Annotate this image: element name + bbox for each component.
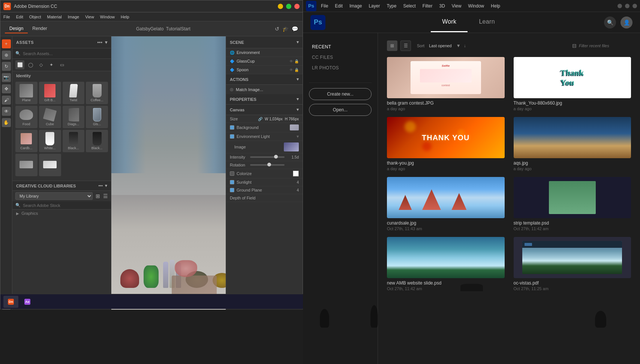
file-item-strip[interactable]: strip template.psd Oct 27th, 11:42 am	[514, 177, 631, 231]
move-tool[interactable]: ✥	[2, 84, 11, 93]
ps-close-btn[interactable]	[633, 4, 637, 8]
asset-glass[interactable]: Gls...	[86, 106, 108, 128]
close-btn[interactable]	[294, 4, 300, 9]
library-graphics-item[interactable]: ▶ Graphics	[12, 210, 111, 217]
ps-create-new-btn[interactable]: Create new...	[309, 88, 372, 100]
ps-menu-layer[interactable]: Layer	[366, 3, 383, 9]
file-item-aqs[interactable]: aqs.jpg a day ago	[514, 117, 631, 171]
menu-view[interactable]: View	[85, 15, 94, 19]
taskbar-item-2[interactable]: Ae	[20, 296, 35, 308]
library-search-input[interactable]	[23, 203, 75, 208]
file-item-thank-you-bokeh[interactable]: THANK YOU thank-you.jpg a day ago	[387, 117, 505, 171]
ps-sort-order-btn[interactable]: ↓	[464, 43, 466, 48]
ps-grid-view-btn[interactable]: ⊞	[387, 40, 397, 51]
asset-cardboard[interactable]: Cardb...	[15, 130, 37, 152]
asset-white[interactable]: White...	[39, 130, 61, 152]
properties-collapse-icon[interactable]: ▾	[297, 97, 299, 102]
ps-sidebar-cc-files[interactable]: CC FILES	[309, 52, 372, 62]
hat-icon[interactable]: 🎓	[282, 26, 289, 32]
asset-twist[interactable]: Twist	[63, 82, 85, 104]
assets-tab-3d[interactable]: ⬜	[15, 60, 24, 69]
assets-tab-effects[interactable]: ✦	[47, 60, 56, 69]
ps-search-button[interactable]: 🔍	[604, 16, 616, 28]
env-light-collapse-icon[interactable]: ▾	[297, 134, 299, 139]
minimize-btn[interactable]	[278, 4, 283, 9]
rotation-track[interactable]	[250, 164, 285, 166]
asset-plane[interactable]: Plane	[15, 82, 37, 104]
asset-black2[interactable]: Black...	[86, 130, 108, 152]
undo-icon[interactable]: ↺	[275, 26, 279, 32]
asset-extra1[interactable]	[15, 154, 37, 176]
ps-sidebar-recent[interactable]: RECENT	[309, 42, 372, 52]
rotate-tool[interactable]: ↻	[2, 62, 11, 71]
menu-material[interactable]: Material	[47, 15, 62, 19]
colorize-checkbox[interactable]	[230, 171, 234, 176]
ps-menu-file[interactable]: File	[318, 3, 331, 9]
ps-tab-learn[interactable]: Learn	[468, 12, 506, 32]
file-item-oc-vistas[interactable]: oc-vistas.pdf Oct 27th, 11:25 am	[514, 237, 631, 291]
background-checkbox[interactable]	[230, 125, 234, 130]
asset-gift[interactable]: Gift B...	[39, 82, 61, 104]
asset-diag[interactable]: Diags...	[63, 106, 85, 128]
ps-menu-filter[interactable]: Filter	[420, 3, 436, 9]
ps-sidebar-lr-photos[interactable]: LR PHOTOS	[309, 63, 372, 73]
file-item-bella-gram[interactable]: Selfie contest bella gram contest.JPG a …	[387, 57, 505, 111]
cc-libraries-more-icon[interactable]: •••	[98, 183, 103, 188]
ps-sort-dropdown[interactable]: Last opened	[427, 43, 453, 49]
assets-more-icon[interactable]: •••	[97, 40, 102, 45]
assets-tab-materials[interactable]: ◯	[26, 60, 35, 69]
assets-tab-bg[interactable]: ▭	[57, 60, 66, 69]
assets-expand-icon[interactable]: ▾	[105, 40, 108, 45]
ps-menu-help[interactable]: Help	[488, 3, 503, 9]
canvas-expand-icon[interactable]: ▾	[297, 107, 299, 112]
intensity-track[interactable]	[250, 156, 285, 158]
menu-help[interactable]: Help	[121, 15, 129, 19]
env-light-checkbox[interactable]	[230, 134, 234, 139]
taskbar-item-1[interactable]: Dn	[3, 296, 18, 308]
rotation-thumb[interactable]	[267, 163, 271, 166]
asset-cube[interactable]: Cube	[39, 106, 61, 128]
add-tool[interactable]: ⊕	[2, 51, 11, 60]
ps-list-view-btn[interactable]: ☰	[400, 40, 411, 51]
assets-search-input[interactable]	[23, 51, 108, 56]
select-tool[interactable]: +	[2, 39, 11, 48]
scene-collapse-icon[interactable]: ▾	[297, 40, 299, 45]
ps-open-btn[interactable]: Open...	[309, 104, 372, 116]
assets-tab-lights[interactable]: ◇	[36, 60, 45, 69]
ps-minimize-btn[interactable]	[618, 4, 622, 8]
ps-menu-edit[interactable]: Edit	[332, 3, 346, 9]
file-item-new-amb[interactable]: new AMB website slide.psd Oct 27th, 11:4…	[387, 237, 505, 291]
asset-coffee[interactable]: Coffee...	[86, 82, 108, 104]
asset-food[interactable]: Food	[15, 106, 37, 128]
hand-tool[interactable]: ✋	[2, 118, 11, 127]
menu-object[interactable]: Object	[29, 15, 41, 19]
file-item-thank-you-card[interactable]: ThankYou Thank_You-880x660.jpg a day ago	[514, 57, 631, 111]
scene-item-glasscup[interactable]: 🔷 GlassCup 👁 🔒	[226, 57, 303, 66]
ps-maximize-btn[interactable]	[625, 4, 630, 8]
ps-menu-image[interactable]: Image	[346, 3, 365, 9]
sunlight-checkbox[interactable]	[230, 180, 234, 184]
ps-filter-input[interactable]	[579, 43, 631, 48]
asset-extra2[interactable]	[39, 154, 61, 176]
library-list-icon[interactable]: ☰	[103, 193, 108, 199]
ps-menu-select[interactable]: Select	[400, 3, 418, 9]
menu-file[interactable]: File	[3, 15, 10, 19]
scene-item-environment[interactable]: 🌐 Environment	[226, 48, 303, 57]
paint-tool[interactable]: 🖌	[2, 96, 11, 105]
menu-edit[interactable]: Edit	[16, 15, 23, 19]
asset-black[interactable]: Black...	[63, 130, 85, 152]
colorize-swatch[interactable]	[293, 171, 299, 177]
ps-sort-direction-btn[interactable]: ▼	[456, 43, 461, 48]
scene-item-spoon[interactable]: 🔷 Spoon 👁 🔒	[226, 66, 303, 74]
menu-window[interactable]: Window	[100, 15, 115, 19]
ps-tab-work[interactable]: Work	[431, 12, 468, 32]
maximize-btn[interactable]	[286, 4, 291, 9]
intensity-thumb[interactable]	[274, 155, 278, 159]
actions-collapse-icon[interactable]: ▾	[297, 77, 299, 82]
ground-plane-checkbox[interactable]	[230, 188, 234, 192]
camera-tool[interactable]: 📷	[2, 73, 11, 82]
ps-menu-3d[interactable]: 3D	[436, 3, 448, 9]
file-item-cunard[interactable]: cunardsale.jpg Oct 27th, 11:43 am	[387, 177, 505, 231]
library-dropdown[interactable]: My Library	[15, 192, 93, 200]
eye-tool[interactable]: 👁	[2, 107, 11, 116]
